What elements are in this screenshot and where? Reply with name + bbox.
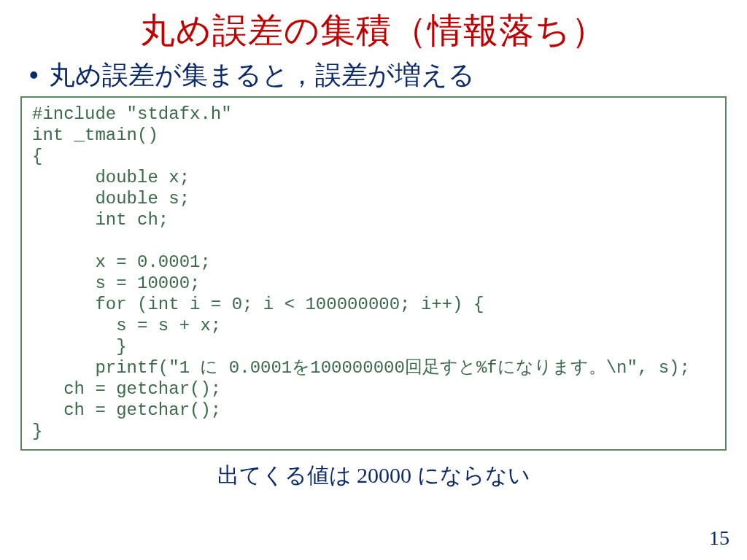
code-line: double s; bbox=[32, 189, 190, 209]
code-line: int _tmain() bbox=[32, 125, 158, 145]
code-line: printf("1 に 0.0001を100000000回足すと%fになります。… bbox=[32, 358, 690, 378]
code-line: double x; bbox=[32, 168, 190, 187]
code-line: s = 10000; bbox=[32, 273, 200, 293]
code-line: for (int i = 0; i < 100000000; i++) { bbox=[32, 295, 484, 314]
code-block: #include "stdafx.h" int _tmain() { doubl… bbox=[20, 96, 727, 451]
page-number: 15 bbox=[709, 526, 729, 550]
bullet-dot-icon: • bbox=[29, 60, 39, 90]
code-line: } bbox=[32, 421, 42, 441]
bullet-item: • 丸め誤差が集まると，誤差が増える bbox=[29, 60, 747, 90]
code-line: int ch; bbox=[32, 210, 169, 230]
code-line: s = s + x; bbox=[32, 316, 221, 335]
code-line: { bbox=[32, 147, 42, 166]
footnote-text: 出てくる値は 20000 にならない bbox=[0, 461, 747, 491]
code-line: ch = getchar(); bbox=[32, 400, 221, 420]
code-line: } bbox=[32, 337, 127, 357]
code-line: ch = getchar(); bbox=[32, 379, 221, 399]
bullet-text: 丸め誤差が集まると，誤差が増える bbox=[49, 60, 475, 90]
code-line: #include "stdafx.h" bbox=[32, 104, 232, 124]
code-line: x = 0.0001; bbox=[32, 252, 211, 272]
slide-title: 丸め誤差の集積（情報落ち） bbox=[0, 7, 747, 54]
